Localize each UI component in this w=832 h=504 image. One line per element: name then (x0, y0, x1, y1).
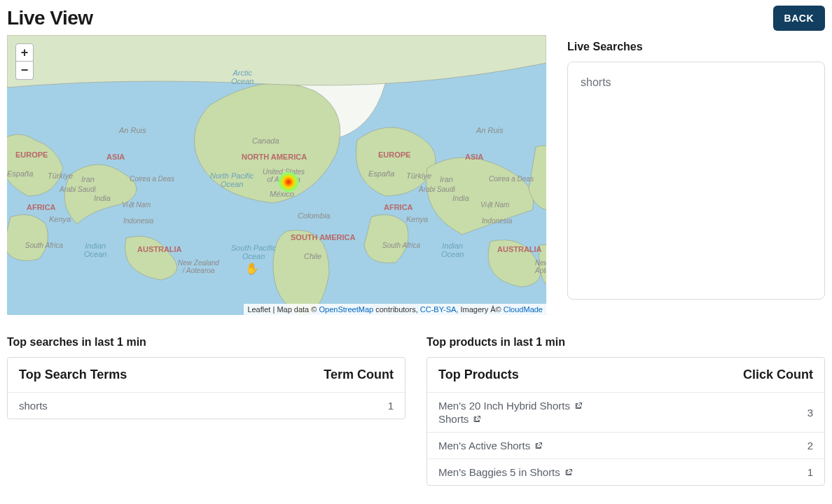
map-label: Canada (252, 136, 279, 145)
click-count: 1 (792, 466, 813, 478)
table-row: Men's 20 Inch Hybrid Shorts Shorts 3 (427, 392, 824, 432)
back-button[interactable]: BACK (773, 6, 825, 31)
map-label: AUSTRALIA (137, 245, 182, 253)
live-map[interactable]: ArcticOcean Canada NORTH AMERICA North P… (7, 35, 546, 315)
map-label: Iran (440, 175, 453, 183)
search-count: 1 (373, 400, 394, 412)
top-products-col: Top Products (438, 368, 519, 382)
zoom-out-button[interactable]: − (15, 62, 34, 80)
map-label: Türkiye (406, 172, 431, 180)
map-label: Việt Nam (122, 201, 151, 209)
map-label: Việt Nam (480, 201, 509, 209)
grab-cursor-icon: ✋ (245, 262, 259, 275)
live-searches-heading: Live Searches (567, 41, 825, 53)
map-label: South PacificOcean (231, 244, 276, 260)
map-label: South Africa (25, 241, 63, 249)
map-label: Indonesia (482, 217, 512, 225)
map-label: AUSTRALIA (497, 245, 542, 253)
term-count-col: Term Count (324, 368, 394, 382)
external-link-icon (564, 468, 573, 477)
map-label: India (452, 194, 469, 202)
map-label: NORTH AMERICA (242, 153, 307, 161)
external-link-icon (473, 415, 481, 424)
product-link[interactable]: Men's Active Shorts (438, 440, 543, 451)
map-label: Türkiye (48, 172, 73, 180)
map-label: ASIA (465, 153, 483, 161)
map-label: EUROPE (378, 150, 410, 159)
table-row: Men's Active Shorts 2 (427, 432, 824, 458)
map-label: North PacificOcean (210, 172, 254, 188)
table-row: shorts 1 (8, 392, 405, 419)
map-label: España (368, 169, 394, 178)
map-label: South Africa (382, 241, 420, 249)
cloudmade-link[interactable]: CloudMade (504, 305, 543, 314)
map-label: ASIA (106, 153, 125, 161)
search-term: shorts (19, 400, 48, 412)
top-products-heading: Top products in last 1 min (427, 336, 825, 349)
external-link-icon (534, 442, 543, 450)
live-searches-box: shorts (567, 62, 825, 300)
cc-by-sa-link[interactable]: CC-BY-SA (420, 305, 457, 314)
zoom-in-button[interactable]: + (15, 43, 34, 62)
map-label: An Ruis (119, 126, 146, 134)
top-products-table: Top Products Click Count Men's 20 Inch H… (427, 357, 825, 486)
map-label: Kenya (49, 215, 71, 223)
map-label: An Ruis (476, 126, 504, 134)
page-title: Live View (7, 7, 93, 29)
map-label: Arabi Saudi (60, 186, 96, 193)
heatmap-hotspot (278, 172, 299, 192)
map-label: SOUTH AMERICA (291, 233, 355, 241)
top-searches-heading: Top searches in last 1 min (7, 336, 405, 349)
map-label: Arabi Saudi (419, 186, 455, 193)
top-searches-table: Top Search Terms Term Count shorts 1 (7, 357, 405, 419)
osm-link[interactable]: OpenStreetMap (319, 305, 373, 314)
leaflet-label: Leaflet (247, 305, 270, 314)
map-label: Iran (81, 175, 95, 183)
map-label: España (7, 169, 33, 178)
table-row: Men's Baggies 5 in Shorts 1 (427, 458, 824, 485)
product-link[interactable]: Men's Baggies 5 in Shorts (438, 466, 573, 478)
map-label: Coirea a Deas (130, 175, 174, 183)
zoom-controls: + − (15, 43, 34, 80)
click-count: 3 (792, 407, 813, 419)
map-label: Coirea a Deas (489, 175, 534, 183)
external-link-icon (574, 402, 583, 410)
map-label: EUROPE (15, 150, 48, 159)
map-label: ArcticOcean (231, 69, 254, 85)
map-label: Kenya (406, 215, 428, 223)
live-search-item: shorts (581, 76, 812, 89)
product-link[interactable]: Shorts (438, 413, 583, 425)
map-label: Colombia (298, 211, 330, 220)
map-label: India (94, 194, 111, 202)
map-label: New Zealand/ Aotearoa (178, 259, 219, 274)
map-label: AFRICA (27, 203, 56, 211)
click-count-col: Click Count (743, 368, 813, 382)
map-label: New /Aote (535, 259, 546, 274)
map-attribution: Leaflet | Map data © OpenStreetMap contr… (244, 304, 546, 315)
top-search-terms-col: Top Search Terms (19, 368, 127, 382)
click-count: 2 (792, 440, 813, 451)
map-label: AFRICA (384, 203, 413, 211)
map-label: IndianOcean (441, 241, 464, 258)
map-label: Indonesia (123, 217, 153, 225)
product-link[interactable]: Men's 20 Inch Hybrid Shorts (438, 400, 583, 412)
map-label: Chile (304, 252, 321, 260)
map-label: IndianOcean (84, 241, 106, 258)
